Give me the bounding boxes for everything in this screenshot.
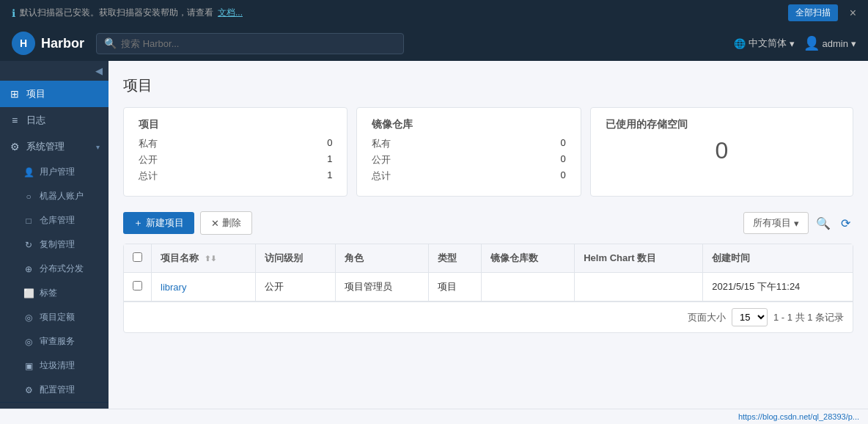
stat-card-storage-title: 已使用的存储空间 xyxy=(606,118,838,131)
stat-row-reg-private: 私有 0 xyxy=(372,137,565,150)
scan-all-button[interactable]: 全部扫描 xyxy=(788,4,838,21)
search-icon: 🔍 xyxy=(104,37,117,49)
stat-card-storage: 已使用的存储空间 0 xyxy=(590,107,853,197)
table-body: library 公开 项目管理员 项目 2021/5/15 下午11:24 xyxy=(124,273,853,301)
header-helm-chart: Helm Chart 数目 xyxy=(575,244,703,273)
sidebar-item-config[interactable]: ⚙ 配置管理 xyxy=(0,378,108,402)
sidebar-sub-label: 垃圾清理 xyxy=(40,359,75,372)
storage-value: 0 xyxy=(606,137,838,164)
stat-card-projects: 项目 私有 0 公开 1 总计 1 xyxy=(123,107,347,197)
stat-card-registries-title: 镜像仓库 xyxy=(372,118,565,131)
trash-icon: ▣ xyxy=(23,361,34,371)
sidebar-item-trash[interactable]: ▣ 垃圾清理 xyxy=(0,354,108,378)
row-role: 项目管理员 xyxy=(335,273,428,301)
sidebar-group-system: ⚙ 系统管理 ▾ 👤 用户管理 ○ 机器人账户 □ 仓库管理 ↻ 复制管理 ⊕ xyxy=(0,134,108,402)
filter-chevron-icon: ▾ xyxy=(794,218,799,229)
stat-value: 0 xyxy=(327,137,332,150)
header-registries: 镜像仓库数 xyxy=(482,244,575,273)
sidebar-bottom: ☀ 浅色主题 ⚙ Harbor API V2.0 xyxy=(0,402,108,409)
users-icon: 👤 xyxy=(23,167,34,178)
filter-label: 所有项目 xyxy=(753,216,791,230)
sidebar-item-warehouse[interactable]: □ 仓库管理 xyxy=(0,208,108,233)
sidebar-item-replication[interactable]: ↻ 复制管理 xyxy=(0,233,108,257)
stat-card-projects-title: 项目 xyxy=(139,118,332,131)
sort-icon[interactable]: ⬆⬇ xyxy=(205,255,216,263)
main-layout: ◀ ⊞ 项目 ≡ 日志 ⚙ 系统管理 ▾ 👤 用户管理 ○ 机器人账户 xyxy=(0,61,868,409)
refresh-button[interactable]: ⟳ xyxy=(838,213,853,233)
sidebar-item-label: 日志 xyxy=(26,114,100,127)
row-created: 2021/5/15 下午11:24 xyxy=(703,273,853,301)
sidebar-item-robots[interactable]: ○ 机器人账户 xyxy=(0,184,108,208)
sidebar-sub-label: 用户管理 xyxy=(40,166,75,178)
logo[interactable]: H Harbor xyxy=(12,32,84,55)
new-project-button[interactable]: ＋ 新建项目 xyxy=(123,212,194,234)
sidebar-item-logs[interactable]: ≡ 日志 xyxy=(0,107,108,134)
sidebar-collapse-button[interactable]: ◀ xyxy=(0,61,108,81)
header-role: 角色 xyxy=(335,244,428,273)
page-size-label: 页面大小 xyxy=(688,311,726,324)
banner-link[interactable]: 文档... xyxy=(218,7,243,19)
header-access: 访问级别 xyxy=(256,244,336,273)
logo-icon: H xyxy=(12,32,35,55)
globe-icon: 🌐 xyxy=(734,38,746,49)
footer: https://blog.csdn.net/ql_28393/p... xyxy=(0,409,868,424)
page-title: 项目 xyxy=(123,76,853,95)
project-link[interactable]: library xyxy=(161,282,186,293)
sidebar-sub-label: 仓库管理 xyxy=(40,214,75,227)
stat-row-private: 私有 0 xyxy=(139,137,332,150)
header-checkbox-cell xyxy=(124,244,152,273)
projects-icon: ⊞ xyxy=(9,88,21,100)
table-search-button[interactable]: 🔍 xyxy=(813,213,834,233)
row-checkbox[interactable] xyxy=(133,281,142,290)
footer-link[interactable]: https://blog.csdn.net/ql_28393/p... xyxy=(738,412,859,421)
sidebar-item-project-quota[interactable]: ◎ 项目定额 xyxy=(0,305,108,329)
sidebar-item-audit[interactable]: ◎ 审查服务 xyxy=(0,329,108,354)
sidebar-item-users[interactable]: 👤 用户管理 xyxy=(0,160,108,184)
sidebar-item-label: 项目 xyxy=(26,87,100,100)
content: 项目 项目 私有 0 公开 1 总计 1 镜像仓库 xyxy=(108,61,868,409)
sidebar-item-projects[interactable]: ⊞ 项目 xyxy=(0,81,108,107)
stat-row-total: 总计 1 xyxy=(139,169,332,183)
header-type: 类型 xyxy=(429,244,482,273)
language-label: 中文简体 xyxy=(749,37,787,50)
collapse-icon: ◀ xyxy=(95,65,103,76)
toolbar: ＋ 新建项目 ✕ 删除 所有项目 ▾ 🔍 ⟳ xyxy=(123,211,853,235)
lang-chevron-icon: ▾ xyxy=(790,38,795,49)
stat-value: 0 xyxy=(561,137,566,150)
search-input[interactable] xyxy=(121,34,396,54)
stat-value: 1 xyxy=(327,169,332,183)
logs-icon: ≡ xyxy=(9,114,21,126)
stat-label: 私有 xyxy=(139,137,158,150)
system-chevron-icon: ▾ xyxy=(96,143,100,151)
row-type: 项目 xyxy=(429,273,482,301)
user-button[interactable]: 👤 admin ▾ xyxy=(803,35,856,51)
banner-right: 全部扫描 × xyxy=(788,4,856,21)
stats-row: 项目 私有 0 公开 1 总计 1 镜像仓库 私有 0 xyxy=(123,107,853,197)
banner-text: 默认扫描器已安装。获取扫描器安装帮助，请查看 xyxy=(20,7,213,19)
row-access: 公开 xyxy=(256,273,336,301)
page-size-select[interactable]: 15 25 50 xyxy=(732,308,768,326)
sidebar-sub-label: 配置管理 xyxy=(40,384,75,396)
row-checkbox-cell xyxy=(124,273,152,301)
sidebar-item-distribution[interactable]: ⊕ 分布式分发 xyxy=(0,257,108,281)
stat-row-reg-total: 总计 0 xyxy=(372,169,565,183)
pagination: 页面大小 15 25 50 1 - 1 共 1 条记录 xyxy=(124,301,853,332)
sidebar-sub-label: 复制管理 xyxy=(40,238,75,251)
warehouse-icon: □ xyxy=(23,216,34,226)
stat-row-reg-public: 公开 0 xyxy=(372,153,565,167)
stat-label: 公开 xyxy=(139,153,158,167)
sidebar-item-labels[interactable]: ⬜ 标签 xyxy=(0,281,108,305)
delete-icon: ✕ xyxy=(211,218,219,229)
close-banner-button[interactable]: × xyxy=(850,7,856,19)
user-chevron-icon: ▾ xyxy=(851,38,856,49)
system-group-label: 系统管理 xyxy=(26,140,90,153)
select-all-checkbox[interactable] xyxy=(133,252,142,262)
refresh-icon: ⟳ xyxy=(841,217,850,230)
search-box: 🔍 xyxy=(96,33,404,54)
filter-button[interactable]: 所有项目 ▾ xyxy=(743,212,809,234)
user-icon: 👤 xyxy=(803,35,820,51)
table-header: 项目名称 ⬆⬇ 访问级别 角色 类型 镜像仓库数 xyxy=(124,244,853,273)
delete-button[interactable]: ✕ 删除 xyxy=(200,211,252,235)
language-button[interactable]: 🌐 中文简体 ▾ xyxy=(734,37,795,50)
sidebar-group-header-system[interactable]: ⚙ 系统管理 ▾ xyxy=(0,134,108,160)
